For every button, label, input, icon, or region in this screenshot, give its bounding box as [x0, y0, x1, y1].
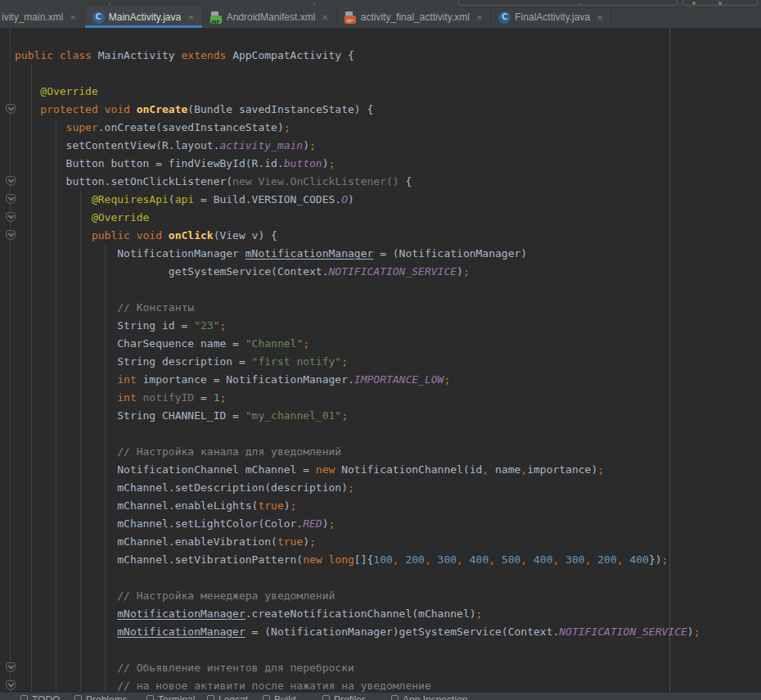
fold-marker-line-11[interactable] — [6, 230, 16, 240]
fold-marker-line-35[interactable] — [6, 662, 16, 672]
code-line-35[interactable]: // Обьявление интентов для переброски — [0, 659, 761, 677]
token: mChannel.setVibrationPattern( — [15, 553, 303, 566]
code-line-4[interactable]: protected void onCreate(Bundle savedInst… — [0, 101, 761, 119]
code-line-23[interactable]: // Настройка канала для уведомлений — [0, 443, 761, 461]
code-line-36[interactable]: // на новое активити после нажатия на ув… — [0, 677, 761, 692]
token: ; — [219, 391, 226, 404]
tool-window-button-Logcat[interactable]: Logcat — [207, 694, 248, 700]
tool-window-button-Problems[interactable]: Problems — [74, 694, 128, 700]
code-line-17[interactable]: CharSequence name = "Channel"; — [0, 335, 761, 353]
token: mChannel.enableLights( — [15, 499, 258, 512]
token: // Константы — [15, 301, 194, 314]
token: , — [457, 553, 463, 566]
token: ; — [329, 157, 335, 169]
code-area[interactable]: public class MainActivity extends AppCom… — [0, 47, 761, 692]
tool-window-button-Build[interactable]: Build — [263, 694, 296, 700]
editor-tab-AndroidManifest.xml[interactable]: MFAndroidManifest.xml✕ — [203, 7, 337, 28]
editor-tab-activity_final_acttivity.xml[interactable]: activity_final_acttivity.xml✕ — [337, 7, 492, 28]
editor-tab-bar: ivity_main.xml✕CMainActivity.java✕MFAndr… — [0, 7, 761, 28]
tab-close-icon[interactable]: ✕ — [322, 13, 328, 22]
code-line-5[interactable]: super.onCreate(savedInstanceState); — [0, 119, 761, 137]
tab-label: AndroidManifest.xml — [227, 11, 316, 23]
chevron-down-icon — [7, 195, 13, 201]
tab-close-icon[interactable]: ✕ — [187, 13, 194, 22]
token: importance = NotificationManager. — [143, 373, 354, 386]
code-line-7[interactable]: Button button = findViewById(R.id.button… — [0, 155, 761, 173]
logcat-icon — [207, 695, 214, 700]
code-line-26[interactable]: mChannel.enableLights(true); — [0, 497, 761, 515]
code-line-13[interactable]: getSystemService(Context.NOTIFICATION_SE… — [0, 263, 761, 281]
token: ) — [322, 157, 329, 169]
tab-close-icon[interactable]: ✕ — [70, 13, 76, 22]
token: AppCompatActivity { — [232, 49, 354, 61]
token: public class — [15, 49, 98, 61]
code-line-30[interactable] — [0, 569, 761, 587]
code-line-6[interactable]: setContentView(R.layout.activity_main); — [0, 137, 761, 155]
code-editor[interactable]: public class MainActivity extends AppCom… — [0, 28, 761, 692]
code-line-14[interactable] — [0, 281, 761, 299]
tool-window-button-Profiler[interactable]: Profiler — [322, 694, 365, 700]
code-line-1[interactable]: public class MainActivity extends AppCom… — [0, 47, 761, 65]
java-class-icon: C — [92, 11, 105, 24]
code-line-21[interactable]: String CHANNEL_ID = "my_channel_01"; — [0, 407, 761, 425]
token: // Настройка менеджера уведомлений — [15, 589, 335, 602]
code-line-22[interactable] — [0, 425, 761, 443]
code-line-25[interactable]: mChannel.setDescription(description); — [0, 479, 761, 497]
tool-window-label: Profiler — [334, 694, 365, 700]
code-line-29[interactable]: mChannel.setVibrationPattern(new long[]{… — [0, 551, 761, 569]
fold-marker-line-36[interactable] — [6, 680, 16, 690]
fold-marker-line-9[interactable] — [6, 194, 16, 204]
tool-window-label: TODO — [32, 694, 60, 700]
app-inspection-icon — [391, 695, 399, 700]
code-line-11[interactable]: public void onClick(View v) { — [0, 227, 761, 245]
code-line-19[interactable]: int importance = NotificationManager.IMP… — [0, 371, 761, 389]
tool-window-button-TODO[interactable]: TODO — [20, 694, 60, 700]
code-line-34[interactable] — [0, 641, 761, 659]
token: ; — [290, 499, 297, 512]
ide-window: ivity_main.xml✕CMainActivity.java✕MFAndr… — [0, 0, 761, 700]
tool-window-label: Build — [274, 694, 296, 700]
code-line-28[interactable]: mChannel.enableVibration(true); — [0, 533, 761, 551]
token: []{ — [354, 553, 373, 566]
token: ; — [476, 607, 483, 620]
tool-window-button-Terminal[interactable]: Terminal — [146, 694, 195, 700]
code-line-8[interactable]: button.setOnClickListener(new View.OnCli… — [0, 173, 761, 191]
code-line-33[interactable]: mNotificationManager = (NotificationMana… — [0, 623, 761, 641]
code-line-9[interactable]: @RequiresApi(api = Build.VERSION_CODES.O… — [0, 191, 761, 209]
fold-marker-line-4[interactable] — [6, 104, 16, 114]
code-line-32[interactable]: mNotificationManager.createNotificationC… — [0, 605, 761, 623]
token: ; — [463, 265, 470, 278]
token: String id = — [15, 319, 194, 332]
fold-marker-line-10[interactable] — [6, 212, 16, 222]
code-line-27[interactable]: mChannel.setLightColor(Color.RED); — [0, 515, 761, 533]
token: String description = — [15, 355, 252, 368]
code-line-3[interactable]: @Override — [0, 83, 761, 101]
code-line-20[interactable]: int notifyID = 1; — [0, 389, 761, 407]
code-line-31[interactable]: // Настройка менеджера уведомлений — [0, 587, 761, 605]
token — [559, 553, 565, 566]
code-line-12[interactable]: NotificationManager mNotificationManager… — [0, 245, 761, 263]
token: 500 — [502, 553, 520, 566]
code-line-15[interactable]: // Константы — [0, 299, 761, 317]
editor-tab-ivity_main.xml[interactable]: ivity_main.xml✕ — [0, 7, 85, 28]
token: ) — [348, 193, 354, 205]
code-line-2[interactable] — [0, 65, 761, 83]
token: ) — [322, 517, 329, 530]
token: 400 — [534, 553, 552, 566]
editor-tab-FinalActtivity.java[interactable]: CFinalActtivity.java✕ — [491, 7, 611, 28]
java-class-icon: C — [498, 11, 511, 24]
editor-tab-MainActivity.java[interactable]: CMainActivity.java✕ — [85, 7, 203, 28]
code-line-10[interactable]: @Override — [0, 209, 761, 227]
code-line-16[interactable]: String id = "23"; — [0, 317, 761, 335]
chevron-down-icon — [7, 177, 13, 183]
token: button.setOnClickListener( — [15, 175, 232, 187]
token: new View.OnClickListener() — [232, 175, 399, 187]
fold-marker-line-8[interactable] — [6, 176, 16, 186]
token: button — [284, 157, 322, 169]
tool-window-button-App Inspection[interactable]: App Inspection — [391, 694, 467, 700]
tab-close-icon[interactable]: ✕ — [597, 13, 603, 22]
tab-close-icon[interactable]: ✕ — [476, 13, 483, 22]
token — [15, 607, 117, 620]
code-line-18[interactable]: String description = "first notify"; — [0, 353, 761, 371]
code-line-24[interactable]: NotificationChannel mChannel = new Notif… — [0, 461, 761, 479]
